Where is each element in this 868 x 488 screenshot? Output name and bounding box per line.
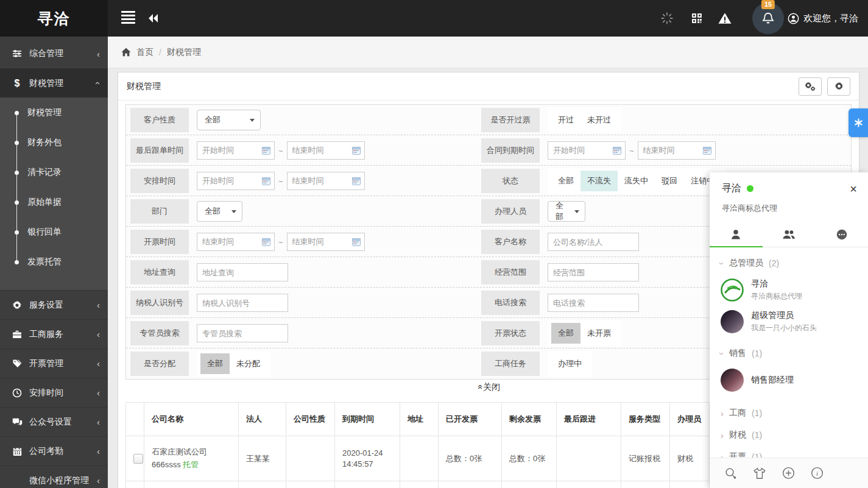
- sidebar-item-label: 开票管理: [29, 358, 97, 369]
- business-scope-input[interactable]: [548, 263, 639, 281]
- sidebar-item-service-settings[interactable]: 服务设置 ‹: [0, 290, 108, 319]
- collapse-left-icon[interactable]: [147, 13, 158, 23]
- handler-select[interactable]: 全部: [548, 201, 585, 222]
- filter-label-contract-expiry: 合同到期时间: [481, 138, 540, 163]
- chat-member[interactable]: 寻洽 寻洽商标总代理: [710, 274, 868, 306]
- submenu-item-bank-receipt[interactable]: 银行回单: [0, 217, 108, 247]
- add-icon[interactable]: [782, 467, 795, 479]
- select-value: 全部: [205, 115, 244, 126]
- cell-remaining-invoices: 总数：0张: [502, 436, 557, 481]
- user-circle-icon: [788, 13, 799, 24]
- status-all[interactable]: 全部: [551, 171, 580, 191]
- assigned-all[interactable]: 全部: [200, 353, 230, 374]
- group-sales[interactable]: › 销售 (1): [710, 342, 868, 364]
- last-follow-end-date[interactable]: 结束时间: [287, 141, 365, 160]
- breadcrumb-home-link[interactable]: 首页: [136, 47, 153, 58]
- contract-end-date[interactable]: 结束时间: [638, 141, 716, 160]
- user-menu[interactable]: 欢迎您，寻洽: [788, 13, 858, 24]
- sidebar-item-invoicing[interactable]: 开票管理 ‹: [0, 348, 108, 378]
- invoice-start-date[interactable]: 结束时间: [197, 233, 275, 251]
- option-not-invoiced[interactable]: 未开过: [580, 110, 618, 130]
- submenu-item-card-clear[interactable]: 清卡记录: [0, 157, 108, 187]
- chat-dots-icon: [836, 228, 848, 241]
- cell-company-name: 石家庄测试公司 666ssss 托管: [144, 436, 239, 481]
- chevron-down-icon: ›: [717, 352, 727, 355]
- app-logo: 寻洽: [0, 0, 108, 37]
- submenu-item-finance-tax[interactable]: 财税管理: [0, 97, 108, 127]
- submenu-item-invoice-trust[interactable]: 发票托管: [0, 247, 108, 277]
- address-search-input[interactable]: [197, 263, 288, 281]
- sidebar-item-schedule[interactable]: 安排时间 ‹: [0, 378, 108, 407]
- sidebar-item-general[interactable]: 综合管理 ‹: [0, 39, 108, 68]
- filter-label-business-task: 工商任务: [481, 352, 540, 376]
- status-rejected[interactable]: 驳回: [655, 171, 684, 191]
- task-in-progress[interactable]: 办理中: [551, 353, 588, 374]
- last-follow-start-date[interactable]: 开始时间: [197, 141, 275, 160]
- menu-toggle-button[interactable]: [121, 11, 135, 26]
- chat-close-button[interactable]: ×: [850, 183, 857, 195]
- tab-contacts[interactable]: [710, 222, 763, 247]
- topbar-actions: 15 欢迎您，寻洽: [661, 2, 868, 34]
- quick-action-float-button[interactable]: [849, 108, 868, 137]
- schedule-end-date[interactable]: 结束时间: [287, 172, 365, 190]
- qr-code-icon[interactable]: [691, 13, 702, 24]
- calendar-icon: [703, 146, 711, 155]
- customer-name-input[interactable]: [548, 233, 639, 251]
- invoice-end-date[interactable]: 结束时间: [287, 233, 365, 251]
- sidebar-item-attendance[interactable]: 公司考勤 ‹: [0, 436, 108, 465]
- sidebar-item-business-service[interactable]: 工商服务 ‹: [0, 319, 108, 348]
- col-last-follow: 最后跟进: [557, 403, 621, 436]
- sidebar: 综合管理 ‹ $ 财税管理 ‹ 财税管理 财务外包 清卡记录 原始单据 银行回单…: [0, 37, 108, 488]
- submenu-item-original-docs[interactable]: 原始单据: [0, 187, 108, 217]
- invoice-status-all[interactable]: 全部: [551, 323, 580, 344]
- group-business[interactable]: › 工商 (1): [710, 402, 868, 424]
- info-icon[interactable]: i: [811, 467, 824, 479]
- contact-list: › 总管理员 (2) 寻洽 寻洽商标总代理 超级管理员 我是一只小小的石头: [710, 247, 868, 468]
- range-separator: ~: [278, 238, 283, 247]
- settings-multi-button[interactable]: [799, 77, 822, 96]
- invoice-status-options: 全部 未开票: [548, 320, 621, 346]
- status-not-lost[interactable]: 不流失: [580, 171, 618, 191]
- group-finance[interactable]: › 财税 (1): [710, 424, 868, 446]
- chat-title: 寻洽: [722, 182, 741, 195]
- comments-icon: [12, 417, 23, 427]
- tab-messages[interactable]: [815, 222, 868, 247]
- option-invoiced[interactable]: 开过: [551, 110, 580, 130]
- invoice-status-none[interactable]: 未开票: [580, 323, 618, 344]
- settings-button[interactable]: [827, 77, 850, 96]
- spinner-icon[interactable]: [661, 12, 673, 24]
- sidebar-item-official-account[interactable]: 公众号设置 ‹: [0, 407, 108, 436]
- warning-icon[interactable]: [718, 12, 732, 24]
- status-losing[interactable]: 流失中: [618, 171, 655, 191]
- assigned-none[interactable]: 未分配: [230, 353, 267, 374]
- tab-groups[interactable]: [763, 222, 816, 247]
- supervisor-search-input[interactable]: [197, 324, 288, 342]
- phone-search-input[interactable]: [548, 294, 639, 312]
- chat-tabs: [710, 222, 868, 247]
- taxpayer-id-input[interactable]: [197, 294, 288, 312]
- sidebar-item-mini-program[interactable]: 微信小程序管理 ‹: [0, 465, 108, 488]
- chat-member[interactable]: 超级管理员 我是一只小小的石头: [710, 306, 868, 338]
- sidebar-item-finance-tax[interactable]: $ 财税管理 ‹: [0, 68, 108, 97]
- date-placeholder: 开始时间: [202, 175, 262, 186]
- chat-member[interactable]: 销售部经理: [710, 364, 868, 396]
- member-desc: 寻洽商标总代理: [751, 291, 802, 302]
- submenu-item-outsourcing[interactable]: 财务外包: [0, 127, 108, 157]
- contract-start-date[interactable]: 开始时间: [548, 141, 626, 160]
- department-select[interactable]: 全部: [197, 201, 242, 222]
- search-icon[interactable]: [724, 467, 737, 479]
- member-desc: 我是一只小小的石头: [751, 323, 817, 333]
- shirt-icon[interactable]: [753, 467, 766, 479]
- schedule-start-date[interactable]: 开始时间: [197, 172, 275, 190]
- notifications-bell[interactable]: 15: [752, 2, 784, 34]
- customer-nature-select[interactable]: 全部: [197, 110, 261, 130]
- chevron-right-icon: ›: [721, 430, 724, 440]
- calendar-icon: [352, 146, 361, 155]
- row-checkbox[interactable]: [133, 454, 143, 464]
- assigned-options: 全部 未分配: [197, 351, 270, 377]
- group-admins[interactable]: › 总管理员 (2): [710, 252, 868, 274]
- date-placeholder: 结束时间: [643, 145, 703, 156]
- filter-label-taxpayer-id: 纳税人识别号: [130, 291, 189, 315]
- top-navbar: 寻洽: [0, 0, 868, 37]
- caret-down-icon: [574, 210, 579, 213]
